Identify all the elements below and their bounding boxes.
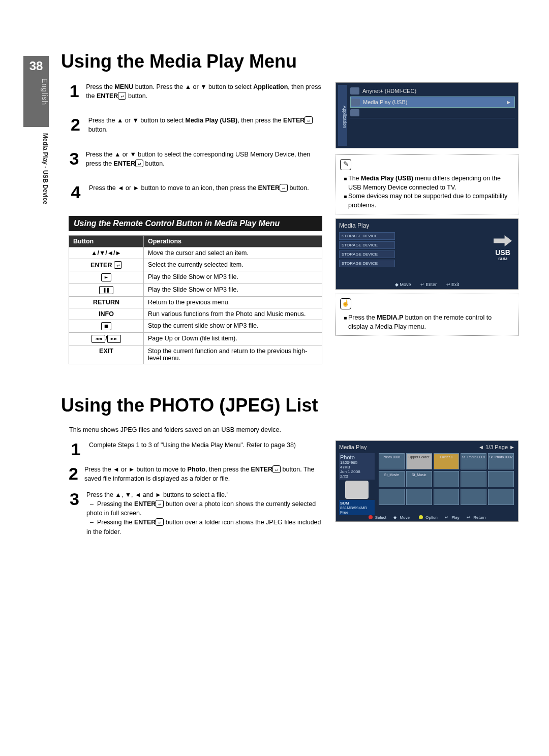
sum-label: SUM <box>340 501 374 506</box>
note-box-media-play: ✎ The Media Play (USB) menu differs depe… <box>336 154 518 214</box>
cell-button: ❚❚ <box>69 284 144 296</box>
photo-thumb: St_Photo 0001 <box>461 453 486 469</box>
media-play-title: Media Play <box>339 444 367 450</box>
table-row: ►Play the Slide Show or MP3 file. <box>69 271 322 284</box>
panel-info-line: 47KB <box>340 465 374 469</box>
panel-info-line: Jun 1 2008 <box>340 469 374 474</box>
screenshot-photo-list: Media Play ◄ 1/3 Page ► Photo 1820*96547… <box>336 440 518 522</box>
step-text: Complete Steps 1 to 3 of "Using the Medi… <box>89 440 296 458</box>
cell-button: RETURN <box>69 296 144 308</box>
hint-select: Select <box>375 515 386 520</box>
hint-option: Option <box>425 515 438 520</box>
usb-plug-icon <box>494 235 512 246</box>
red-dot-icon <box>369 515 373 519</box>
app-tab-label: Application <box>338 85 347 146</box>
step-item: 1Press the MENU button. Press the ▲ or ▼… <box>69 82 322 101</box>
heading-photo-list: Using the PHOTO (JPEG) List <box>61 395 518 416</box>
anynet-icon <box>350 87 359 94</box>
storage-device-item: STORAGE DEVICE <box>339 250 395 258</box>
chevron-right-icon: ► <box>506 99 511 105</box>
cell-button: ▲/▼/◄/► <box>69 247 144 259</box>
step-text: Press the ▲ or ▼ button to select the co… <box>86 150 322 168</box>
hint-move: ◆ Move <box>395 282 411 287</box>
photo-thumb <box>434 489 460 505</box>
table-row: ▲/▼/◄/►Move the cursor and select an ite… <box>69 247 322 259</box>
menu-item-anynet: Anynet+ (HDMI-CEC) <box>362 88 416 94</box>
hint-move: Move <box>400 515 410 520</box>
cell-button: ENTER ↵ <box>69 259 144 271</box>
usb-label: USB <box>494 248 512 257</box>
step-item: 2Press the ◄ or ► button to move to Phot… <box>69 465 322 483</box>
step-number: 1 <box>69 440 83 458</box>
step-text: Press the ◄ or ► button to move to an ic… <box>89 183 309 201</box>
operations-table: Button Operations ▲/▼/◄/►Move the cursor… <box>69 235 322 364</box>
hint-play: Play <box>451 515 460 520</box>
photo-thumb <box>488 489 514 505</box>
usb-sublabel: SUM <box>494 257 512 261</box>
cell-button: INFO <box>69 308 144 320</box>
step-text: Press the ▲ or ▼ button to select Media … <box>88 116 322 134</box>
photo-thumb: St_Movie <box>379 471 405 487</box>
photo-thumb <box>488 471 514 487</box>
heading-media-play-menu: Using the Media Play Menu <box>61 51 518 72</box>
storage-device-item: STORAGE DEVICE <box>339 260 395 267</box>
table-row: RETURNReturn to the previous menu. <box>69 296 322 308</box>
blank-icon <box>350 109 359 116</box>
table-row: EXITStop the current function and return… <box>69 345 322 364</box>
page-number: 38 <box>23 56 49 73</box>
step-item: 3Press the ▲, ▼, ◄ and ► buttons to sele… <box>69 490 322 537</box>
table-row: ◄◄/►►Page Up or Down (file list item). <box>69 332 322 345</box>
step-number: 3 <box>69 150 80 168</box>
note-item: Some devices may not be supported due to… <box>348 192 513 210</box>
section-label: Media Play - USB Device <box>23 127 49 208</box>
panel-info-line: 1820*965 <box>340 460 374 465</box>
cell-operation: Stop the current function and return to … <box>144 345 322 364</box>
cell-operation: Play the Slide Show or MP3 file. <box>144 271 322 284</box>
cell-button: ■ <box>69 320 144 332</box>
media-play-icon <box>351 99 360 106</box>
step-number: 2 <box>69 465 78 483</box>
table-row: ■Stop the current slide show or MP3 file… <box>69 320 322 332</box>
table-row: ENTER ↵Select the currently selected ite… <box>69 259 322 271</box>
cell-operation: Page Up or Down (file list item). <box>144 332 322 345</box>
yellow-dot-icon <box>419 515 423 519</box>
hint-exit: ↩ Exit <box>446 282 460 287</box>
folder-thumb: Folder 1 <box>434 453 460 469</box>
hint-enter: ↵ Enter <box>420 282 437 287</box>
hand-icon: ☝ <box>340 298 351 309</box>
photo-thumb <box>406 489 432 505</box>
subheading-remote-control: Using the Remote Control Button in Media… <box>69 216 322 231</box>
step-text: Press the MENU button. Press the ▲ or ▼ … <box>86 82 322 101</box>
note-icon: ✎ <box>340 159 351 170</box>
step-number: 2 <box>69 116 82 134</box>
cell-operation: Select the currently selected item. <box>144 259 322 271</box>
cell-operation: Play the Slide Show or MP3 file. <box>144 284 322 296</box>
step-item: 2Press the ▲ or ▼ button to select Media… <box>69 116 322 134</box>
note-box-media-p-button: ☝ Press the MEDIA.P button on the remote… <box>336 294 518 336</box>
table-row: ❚❚Play the Slide Show or MP3 file. <box>69 284 322 296</box>
page-side-tab: 38 English Media Play - USB Device <box>23 56 49 208</box>
photo-thumb: Photo 0001 <box>379 453 405 469</box>
photo-thumb: St_Photo 0002 <box>488 453 514 469</box>
cell-button: ◄◄/►► <box>69 332 144 345</box>
step-text: Press the ◄ or ► button to move to Photo… <box>84 465 322 483</box>
cell-button: EXIT <box>69 345 144 364</box>
panel-info-line: 2/23 <box>340 474 374 479</box>
panel-photo-label: Photo <box>340 454 374 460</box>
cell-operation: Move the cursor and select an item. <box>144 247 322 259</box>
media-play-title: Media Play <box>339 222 515 229</box>
upper-folder-thumb: Upper Folder <box>406 453 432 469</box>
sum-free: 861MB/994MB Free <box>340 506 374 515</box>
step-item: 1Complete Steps 1 to 3 of "Using the Med… <box>69 440 322 458</box>
preview-thumb <box>345 481 369 499</box>
photo-list-intro: This menu shows JPEG files and folders s… <box>69 426 518 433</box>
storage-device-item: STORAGE DEVICE <box>339 241 395 249</box>
step-number: 4 <box>69 183 83 201</box>
photo-thumb <box>379 489 405 505</box>
cell-button: ► <box>69 271 144 284</box>
col-button: Button <box>69 235 144 247</box>
screenshot-device-select: Media Play STORAGE DEVICE STORAGE DEVICE… <box>336 218 518 290</box>
step-item: 3Press the ▲ or ▼ button to select the c… <box>69 150 322 168</box>
photo-thumb <box>434 471 460 487</box>
photo-thumb: St_Music <box>406 471 432 487</box>
